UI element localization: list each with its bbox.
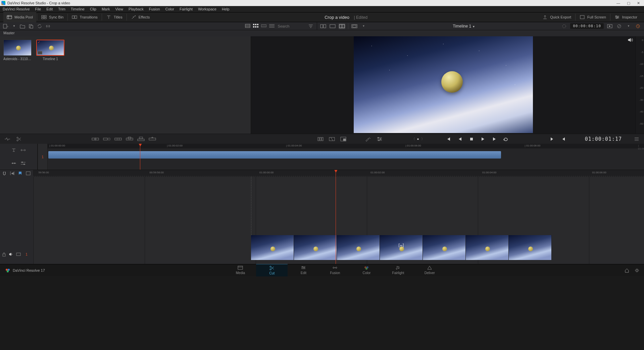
go-last-button[interactable] xyxy=(490,136,498,142)
menu-timeline[interactable]: Timeline xyxy=(71,7,85,11)
sync-bin-button[interactable]: Sync Bin xyxy=(38,12,67,22)
stop-button[interactable] xyxy=(467,136,476,142)
menu-clip[interactable]: Clip xyxy=(90,7,96,11)
new-bin-button[interactable] xyxy=(28,23,34,30)
ripple-overwrite-button[interactable] xyxy=(114,136,122,142)
audio-trim-button[interactable] xyxy=(635,23,641,29)
source-overwrite-button[interactable] xyxy=(148,136,156,142)
bypass-color-button[interactable] xyxy=(616,23,623,29)
menu-file[interactable]: File xyxy=(35,7,41,11)
mute-track-button[interactable] xyxy=(9,252,13,257)
viewer-timeline-name[interactable]: Timeline 1 ▼ xyxy=(370,24,558,29)
upper-ruler[interactable]: | 01:00:00:00 | 01:00:02:00 | 01:00:04:0… xyxy=(48,144,644,148)
play-button[interactable] xyxy=(479,136,487,142)
closeup-button[interactable] xyxy=(126,136,134,142)
dual-viewer-button[interactable] xyxy=(339,23,345,29)
strip-view-button[interactable] xyxy=(261,24,267,29)
menu-edit[interactable]: Edit xyxy=(46,7,53,11)
menu-mark[interactable]: Mark xyxy=(102,7,110,11)
menu-fairlight[interactable]: Fairlight xyxy=(180,7,193,11)
next-edit-button[interactable]: 〉 xyxy=(421,137,425,141)
flag-button[interactable] xyxy=(26,171,31,177)
window-maximize-button[interactable]: ▢ xyxy=(627,1,630,5)
media-clip-item[interactable]: Asteroids - 31105... xyxy=(3,40,32,61)
lower-timeline-track[interactable]: 59:56:00 00:59:58:00 01:00:00:00 01:00:0… xyxy=(34,170,644,264)
video-track-button[interactable] xyxy=(16,252,21,256)
picture-in-picture-button[interactable] xyxy=(339,136,347,142)
quick-export-button[interactable]: Quick Export xyxy=(539,12,575,22)
record-timecode[interactable]: 01:00:01:17 xyxy=(585,136,622,142)
track-index[interactable]: 1 xyxy=(38,144,48,170)
bypass-dropdown[interactable]: ▼ xyxy=(625,23,632,29)
window-close-button[interactable]: ✕ xyxy=(637,1,640,5)
marker-in-button[interactable]: [◀] xyxy=(10,171,15,177)
project-settings-button[interactable] xyxy=(635,268,639,273)
source-tape-button[interactable] xyxy=(320,23,327,29)
lower-playhead[interactable] xyxy=(336,170,336,264)
page-deliver[interactable]: Deliver xyxy=(414,264,445,276)
match-frame-button[interactable] xyxy=(606,23,613,29)
menu-color[interactable]: Color xyxy=(165,7,174,11)
page-color[interactable]: Color xyxy=(351,264,382,276)
boring-detector-button[interactable] xyxy=(3,136,11,142)
edit-mode-slip-button[interactable] xyxy=(20,148,27,152)
go-first-button[interactable] xyxy=(445,136,453,142)
metadata-view-button[interactable] xyxy=(245,24,251,29)
titles-button[interactable]: Titles xyxy=(103,12,126,22)
marker-button[interactable] xyxy=(18,171,23,177)
audio-level-button[interactable] xyxy=(11,161,17,166)
dynamic-trim-button[interactable] xyxy=(316,136,325,142)
link-button[interactable] xyxy=(45,23,51,30)
menu-help[interactable]: Help xyxy=(222,7,230,11)
lower-clip[interactable] xyxy=(251,235,644,260)
search-input[interactable] xyxy=(278,24,305,28)
viewer-frame[interactable] xyxy=(354,36,533,133)
edit-mode-trim-button[interactable] xyxy=(11,148,17,152)
upper-clip[interactable] xyxy=(48,151,501,159)
lower-ruler[interactable]: 59:56:00 00:59:58:00 01:00:00:00 01:00:0… xyxy=(34,170,644,177)
place-on-top-button[interactable] xyxy=(137,136,145,142)
source-clip-button[interactable] xyxy=(329,23,336,29)
menu-view[interactable]: View xyxy=(115,7,123,11)
jump-next-clip-button[interactable] xyxy=(548,136,556,142)
window-minimize-button[interactable]: — xyxy=(616,1,620,5)
list-view-button[interactable] xyxy=(269,24,275,29)
transition-preview-button[interactable] xyxy=(328,136,336,142)
timeline-menu-button[interactable] xyxy=(633,136,641,142)
page-fusion[interactable]: Fusion xyxy=(319,264,351,276)
safe-dropdown[interactable]: ▼ xyxy=(360,23,367,29)
page-cut[interactable]: Cut xyxy=(256,264,288,276)
upper-playhead[interactable] xyxy=(140,144,140,170)
menu-trim[interactable]: Trim xyxy=(58,7,65,11)
transitions-button[interactable]: Transitions xyxy=(68,12,101,22)
prev-edit-button[interactable]: 〈 xyxy=(412,137,415,141)
import-dropdown[interactable]: ▼ xyxy=(11,23,17,30)
thumbnail-view-button[interactable] xyxy=(253,24,259,29)
import-folder-button[interactable] xyxy=(20,23,26,30)
home-button[interactable] xyxy=(625,268,629,273)
effects-button[interactable]: Effects xyxy=(128,12,153,22)
snap-button[interactable] xyxy=(2,171,7,177)
page-edit[interactable]: Edit xyxy=(288,264,319,276)
source-timecode[interactable]: 00:00:08:10 xyxy=(570,23,604,29)
import-media-button[interactable] xyxy=(3,23,8,30)
menu-fusion[interactable]: Fusion xyxy=(149,7,160,11)
menu-workspace[interactable]: Workspace xyxy=(198,7,216,11)
audio-config-button[interactable] xyxy=(20,161,27,166)
sync-button[interactable] xyxy=(37,23,42,30)
page-fairlight[interactable]: Fairlight xyxy=(382,264,414,276)
mute-button[interactable] xyxy=(627,37,634,44)
smart-insert-button[interactable] xyxy=(91,136,99,142)
full-screen-button[interactable]: Full Screen xyxy=(576,12,609,22)
menu-playback[interactable]: Playback xyxy=(129,7,144,11)
play-reverse-button[interactable] xyxy=(456,136,464,142)
page-media[interactable]: Media xyxy=(225,264,256,276)
media-pool-button[interactable]: Media Pool xyxy=(3,12,36,22)
tools-button[interactable] xyxy=(364,136,372,142)
jump-prev-clip-button[interactable] xyxy=(559,136,567,142)
menu-davinci[interactable]: DaVinci Resolve xyxy=(3,7,30,11)
sort-button[interactable] xyxy=(307,23,314,29)
lock-track-button[interactable] xyxy=(2,252,6,257)
split-clip-button[interactable] xyxy=(15,136,23,142)
append-button[interactable] xyxy=(103,136,111,142)
